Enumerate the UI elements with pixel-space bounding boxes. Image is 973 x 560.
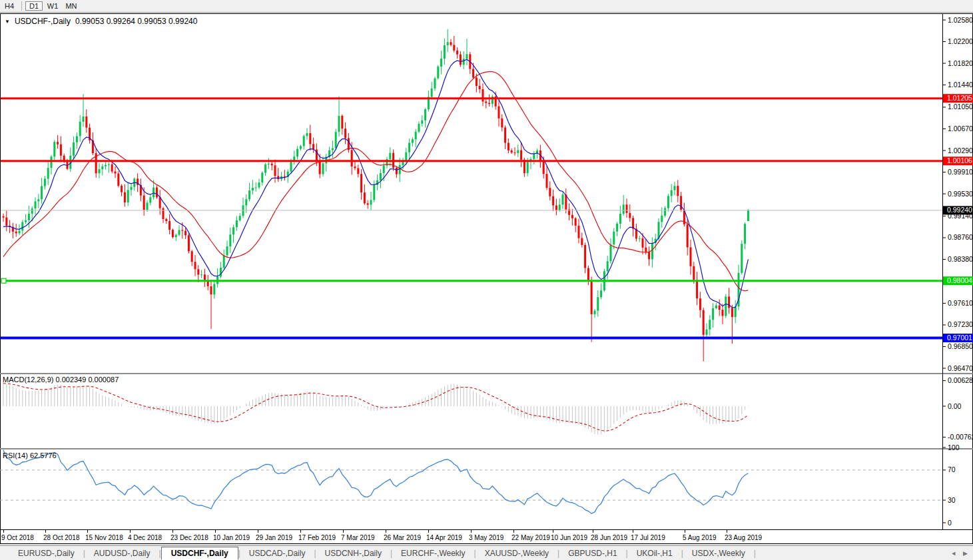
date-tick-label: 17 Jul 2019: [631, 534, 665, 541]
candle-body: [667, 196, 669, 208]
candle-body: [364, 192, 366, 203]
candle-body: [722, 310, 724, 316]
macd-tick-label: 0.00: [948, 402, 962, 410]
candle-body: [408, 143, 410, 152]
candle-body: [223, 255, 225, 268]
level-selection-handle[interactable]: [1, 278, 6, 283]
price-tick-label: 1.02580: [948, 16, 973, 24]
candle-body: [693, 266, 695, 280]
candle-body: [53, 142, 55, 156]
candle-body: [57, 142, 59, 144]
candle-body: [610, 244, 612, 261]
candle-body: [73, 142, 75, 156]
candle-body: [37, 199, 39, 201]
price-tick-label: 1.00290: [948, 146, 973, 154]
timeframe-toolbar: H4D1W1MN: [0, 0, 973, 13]
candle-body: [440, 59, 442, 67]
rsi-tick-label: 70: [948, 465, 956, 473]
candle-body: [735, 306, 737, 317]
candle-body: [517, 150, 519, 153]
candle-body: [60, 144, 62, 156]
tab-eurusd-daily[interactable]: EURUSD-,Daily: [9, 547, 83, 559]
date-tick-label: 9 Oct 2018: [1, 534, 34, 541]
price-tick-label: 0.97610: [948, 299, 973, 307]
candle-body: [584, 245, 586, 268]
candle-body: [124, 192, 126, 202]
tab-xauusd-weekly[interactable]: XAUUSD-,Weekly: [476, 547, 557, 559]
chart-dropdown-icon[interactable]: ▼: [5, 19, 10, 25]
candle-body: [188, 235, 190, 251]
chart-symbol-title: USDCHF-,Daily: [15, 17, 71, 26]
candle-body: [44, 178, 46, 186]
candle-body: [200, 274, 202, 275]
tab-scroll-right-icon[interactable]: ▶: [963, 550, 968, 557]
candle-body: [271, 164, 273, 165]
candle-body: [507, 143, 509, 150]
candle-body: [370, 200, 372, 204]
candle-body: [35, 201, 37, 208]
candle-body: [424, 109, 426, 121]
chart-tab-bar: EURUSD-,Daily|AUDUSD-,Daily|USDCHF-,Dail…: [0, 545, 973, 560]
price-badge-label: 1.00106: [947, 156, 972, 164]
candle-body: [453, 45, 455, 50]
candle-body: [159, 197, 161, 208]
candle-body: [76, 136, 78, 142]
candle-body: [725, 296, 727, 316]
tab-eurchf-weekly[interactable]: EURCHF-,Weekly: [392, 547, 474, 559]
timeframe-button-d1[interactable]: D1: [25, 1, 43, 11]
date-tick-label: 28 Jun 2019: [591, 534, 627, 541]
candle-body: [149, 197, 151, 202]
candle-body: [709, 320, 711, 329]
date-tick-label: 28 Oct 2018: [43, 534, 80, 541]
tab-ukoil-h1[interactable]: UKOil-,H1: [628, 547, 681, 559]
candle-body: [175, 235, 177, 237]
timeframe-button-h4[interactable]: H4: [1, 1, 18, 11]
tab-gbpusd-h1[interactable]: GBPUSD-,H1: [559, 547, 625, 559]
chart-canvas[interactable]: 1.025801.022001.018201.014401.010501.006…: [0, 0, 973, 545]
candle-body: [322, 163, 324, 174]
candle-body: [115, 172, 117, 174]
candle-body: [197, 269, 199, 274]
candle-body: [648, 252, 650, 259]
tab-scroll-left-icon[interactable]: ◄: [950, 550, 956, 557]
timeframe-button-mn[interactable]: MN: [63, 1, 80, 11]
candle-body: [715, 306, 717, 308]
date-tick-label: 7 Mar 2019: [341, 534, 375, 541]
candle-body: [415, 132, 417, 139]
candle-body: [619, 214, 621, 224]
trading-terminal: 1.025801.022001.018201.014401.010501.006…: [0, 0, 973, 560]
candle-body: [344, 129, 346, 138]
candle-body: [623, 204, 625, 214]
candle-body: [389, 153, 391, 159]
tab-usdx-weekly[interactable]: USDX-,Weekly: [683, 547, 754, 559]
candle-body: [264, 164, 266, 172]
tab-usdcad-daily[interactable]: USDCAD-,Daily: [240, 547, 314, 559]
candle-body: [712, 308, 714, 320]
tab-usdcnh-daily[interactable]: USDCNH-,Daily: [316, 547, 390, 559]
candle-body: [341, 116, 343, 129]
candle-body: [511, 150, 513, 152]
candle-body: [83, 117, 85, 122]
price-tick-label: 0.98380: [948, 255, 973, 263]
timeframe-button-w1[interactable]: W1: [44, 1, 61, 11]
price-tick-label: 0.96470: [948, 364, 973, 372]
candle-body: [703, 310, 705, 335]
tab-audusd-daily[interactable]: AUDUSD-,Daily: [85, 547, 159, 559]
candle-body: [108, 164, 110, 165]
tab-scroll-arrows: ◄ ▶: [950, 550, 973, 557]
candle-body: [498, 107, 500, 119]
tab-usdchf-daily[interactable]: USDCHF-,Daily: [161, 547, 238, 560]
date-tick-label: 15 Nov 2018: [85, 534, 123, 541]
candle-body: [514, 152, 516, 153]
candle-body: [575, 218, 577, 226]
candle-body: [680, 196, 682, 210]
rsi-indicator-label: RSI(14) 62.5776: [3, 451, 57, 459]
candle-body: [629, 213, 631, 218]
candle-body: [178, 230, 180, 234]
candle-body: [607, 261, 609, 271]
candle-body: [153, 188, 155, 198]
candle-body: [220, 268, 222, 276]
candle-body: [245, 199, 247, 205]
candle-body: [501, 119, 503, 128]
candle-body: [747, 210, 749, 221]
